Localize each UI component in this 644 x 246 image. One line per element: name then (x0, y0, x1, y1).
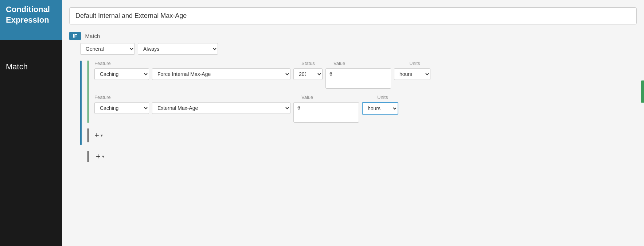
if-badge: IF (69, 32, 81, 40)
units-label-1: Units (409, 61, 453, 66)
units-label-2: Units (377, 95, 421, 100)
general-select[interactable]: General (80, 43, 135, 55)
feature-row-2: Feature Value Units Caching External Max… (94, 95, 637, 123)
value-label-2: Value (301, 95, 374, 100)
add-feature-caret[interactable]: ▾ (101, 133, 103, 138)
feature-label-1: Feature (94, 61, 298, 66)
caching-select-2[interactable]: Caching (94, 102, 149, 114)
match-label: Match (0, 40, 62, 77)
units-select-2[interactable]: hours (362, 102, 398, 115)
feature-select-2[interactable]: External Max-Age (152, 102, 290, 114)
value-textarea-1[interactable]: 6 (325, 68, 391, 89)
feature-select-1[interactable]: Force Internal Max-Age (152, 68, 290, 80)
conditional-expression-label: Conditional Expression (0, 0, 62, 40)
if-match-text: Match (85, 33, 100, 39)
rule-title-input[interactable] (69, 7, 637, 24)
add-rule-caret[interactable]: ▾ (102, 154, 104, 159)
value-label-1: Value (333, 61, 406, 66)
status-select-1[interactable]: 200 (293, 68, 323, 80)
always-select[interactable]: Always (138, 43, 218, 55)
units-select-1[interactable]: hours (394, 68, 430, 80)
add-feature-button[interactable]: + (94, 131, 99, 139)
features-side-label: Features (641, 81, 644, 103)
value-textarea-2[interactable]: 6 (293, 102, 359, 123)
add-rule-button[interactable]: + (96, 153, 101, 161)
caching-select-1[interactable]: Caching (94, 68, 149, 80)
feature-label-2: Feature (94, 95, 298, 100)
status-label-1: Status (301, 61, 331, 66)
feature-row-1: Feature Status Value Units Caching Force… (94, 61, 637, 89)
